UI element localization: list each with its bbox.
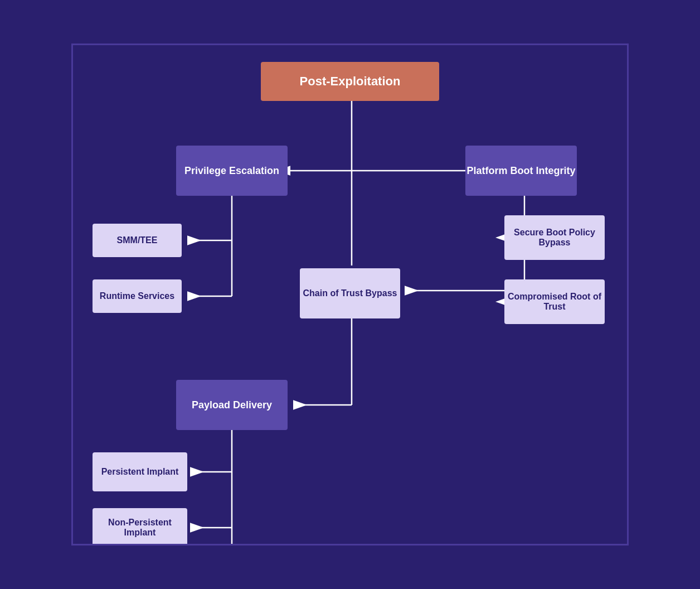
platform-boot-integrity-node: Platform Boot Integrity — [465, 146, 577, 196]
non-persistent-implant-node: Non-Persistent Implant — [93, 508, 187, 545]
platform-boot-integrity-label: Platform Boot Integrity — [466, 165, 575, 177]
post-exploitation-node: Post-Exploitation — [261, 62, 439, 101]
persistent-implant-node: Persistent Implant — [93, 452, 187, 491]
payload-delivery-label: Payload Delivery — [192, 399, 272, 411]
diagram-container: Post-Exploitation Privilege Escalation P… — [71, 44, 629, 545]
post-exploitation-label: Post-Exploitation — [300, 74, 401, 89]
smm-tee-label: SMM/TEE — [117, 235, 158, 245]
compromised-root-of-trust-label: Compromised Root of Trust — [504, 292, 605, 312]
privilege-escalation-label: Privilege Escalation — [184, 165, 279, 177]
secure-boot-policy-bypass-label: Secure Boot Policy Bypass — [504, 228, 605, 248]
chain-of-trust-bypass-label: Chain of Trust Bypass — [303, 288, 397, 298]
non-persistent-implant-label: Non-Persistent Implant — [93, 518, 187, 538]
secure-boot-policy-bypass-node: Secure Boot Policy Bypass — [504, 215, 605, 260]
privilege-escalation-node: Privilege Escalation — [176, 146, 288, 196]
chain-of-trust-bypass-node: Chain of Trust Bypass — [300, 268, 400, 318]
runtime-services-label: Runtime Services — [100, 291, 174, 301]
payload-delivery-node: Payload Delivery — [176, 380, 288, 430]
smm-tee-node: SMM/TEE — [93, 224, 182, 257]
persistent-implant-label: Persistent Implant — [101, 467, 179, 477]
runtime-services-node: Runtime Services — [93, 279, 182, 313]
compromised-root-of-trust-node: Compromised Root of Trust — [504, 279, 605, 324]
